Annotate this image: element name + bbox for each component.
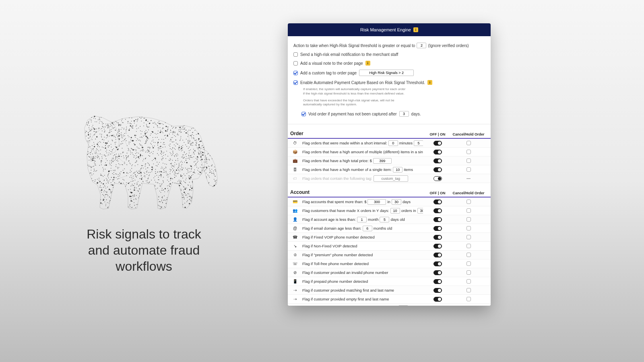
cancel-hold-checkbox[interactable]: [466, 208, 471, 213]
rule-value-input[interactable]: [380, 217, 389, 222]
rule-toggle[interactable]: [433, 279, 442, 284]
rule-value-input[interactable]: [417, 208, 423, 214]
col-toggle-header: OFF | ON: [423, 132, 452, 136]
toggle-cell: [423, 279, 452, 284]
checkbox-auto-capture[interactable]: [293, 80, 298, 85]
cancel-hold-checkbox[interactable]: [466, 141, 471, 145]
rule-icon: 👥: [288, 208, 302, 213]
cancel-hold-checkbox[interactable]: [466, 288, 471, 292]
cancel-hold-checkbox[interactable]: [466, 200, 471, 204]
rule-row: 👥Flag customers that have made X orders …: [288, 206, 491, 215]
cancel-cell: [452, 200, 485, 204]
rule-toggle[interactable]: [433, 297, 442, 302]
rule-value-input[interactable]: [393, 167, 402, 173]
cancel-cell: [452, 261, 485, 266]
tagline-line: and automate fraud: [87, 242, 201, 258]
checkbox-visual-note[interactable]: [293, 61, 298, 66]
rule-toggle[interactable]: [433, 235, 442, 240]
cancel-hold-checkbox[interactable]: [466, 279, 471, 284]
rule-value-input[interactable]: [414, 140, 423, 146]
rule-icon: 💳: [288, 200, 302, 204]
rule-text: Flag if "premium" phone number detected: [302, 253, 373, 257]
rule-text: Flag if customer provided empty first an…: [302, 297, 389, 301]
checkbox-custom-tag[interactable]: [293, 71, 298, 75]
info-icon[interactable]: i: [427, 80, 432, 85]
rule-toggle[interactable]: [433, 141, 442, 146]
account-rules-list: 💳Flag accounts that spent more than: $ i…: [288, 197, 491, 306]
rule-row: ☏Flag if Toll-free phone number detected: [288, 259, 491, 268]
rule-toggle[interactable]: [433, 208, 442, 213]
rule-toggle[interactable]: [433, 176, 442, 181]
info-icon[interactable]: i: [413, 27, 418, 32]
rule-icon: ☏: [288, 261, 302, 266]
toggle-cell: [423, 226, 452, 231]
cancel-hold-checkbox[interactable]: [466, 253, 471, 257]
void-days-input[interactable]: [399, 111, 409, 117]
rule-toggle[interactable]: [433, 270, 442, 275]
rule-row: ⇢Flag if customer provided matching firs…: [288, 286, 491, 295]
rule-toggle[interactable]: [433, 288, 442, 293]
cancel-hold-checkbox[interactable]: [466, 226, 471, 230]
cancel-hold-checkbox[interactable]: [466, 167, 471, 172]
rule-toggle[interactable]: [433, 150, 442, 154]
toggle-cell: [423, 176, 452, 181]
rule-toggle[interactable]: [433, 200, 442, 204]
rule-label: Flag orders that have a high amount of m…: [302, 149, 423, 155]
rule-value-input[interactable]: [390, 208, 400, 214]
rule-value-input[interactable]: [373, 158, 392, 164]
rule-toggle[interactable]: [433, 261, 442, 266]
toggle-cell: [423, 167, 452, 172]
toggle-cell: [423, 235, 452, 240]
cancel-hold-checkbox[interactable]: [466, 158, 471, 163]
rule-toggle[interactable]: [433, 244, 442, 249]
checkbox-email[interactable]: [293, 52, 298, 57]
rule-row: 🏷Flag orders that contain the following …: [288, 174, 491, 183]
cancel-disabled-icon: [466, 178, 471, 179]
rule-text: Flag orders that contain the following t…: [302, 176, 372, 181]
rule-toggle[interactable]: [433, 158, 442, 163]
rule-value-input[interactable]: [363, 226, 372, 231]
cancel-cell: [452, 244, 485, 248]
rule-row: ⏱Flag orders that were made within a sho…: [288, 139, 491, 148]
opt-email-label: Send a high-risk email notification to t…: [300, 52, 398, 57]
rule-value-input[interactable]: [398, 305, 408, 306]
rule-toggle[interactable]: [433, 253, 442, 257]
rule-text: Flag orders that have a high amount of m…: [302, 150, 423, 154]
rule-row: ↘Flag if Non-Fixed VOIP detected: [288, 242, 491, 251]
rule-value-input[interactable]: [367, 199, 386, 205]
panel-header: Risk Management Engine i: [288, 23, 491, 36]
threshold-input[interactable]: [417, 43, 426, 48]
rule-tag-input[interactable]: [374, 175, 408, 182]
rule-label: Flag accounts that spent more than: $ in…: [302, 199, 423, 205]
rule-toggle[interactable]: [433, 226, 442, 231]
rule-label: Flag if customer provided matching first…: [302, 288, 423, 292]
col-cancel-header: Cancel/Hold Order: [452, 132, 485, 136]
rule-value-input[interactable]: [392, 199, 401, 205]
elephant-illustration: [64, 88, 225, 216]
cancel-hold-checkbox[interactable]: [466, 235, 471, 239]
cancel-hold-checkbox[interactable]: [466, 217, 471, 222]
rule-row: 📦Flag orders that have a high amount of …: [288, 148, 491, 156]
cancel-cell: [452, 270, 485, 275]
cancel-hold-checkbox[interactable]: [466, 297, 471, 301]
rule-toggle[interactable]: [433, 167, 442, 172]
rule-icon: ♔: [288, 253, 302, 257]
opt-void-b: days.: [411, 112, 421, 116]
info-icon[interactable]: i: [365, 61, 370, 66]
custom-tag-input[interactable]: [359, 70, 414, 76]
cancel-hold-checkbox[interactable]: [466, 244, 471, 248]
rule-toggle[interactable]: [433, 217, 442, 222]
cancel-hold-checkbox[interactable]: [466, 261, 471, 266]
threshold-actions: Action to take when High-Risk Signal thr…: [288, 36, 491, 124]
toggle-cell: [423, 208, 452, 213]
opt-capture-label: Enable Automated Payment Capture Based o…: [300, 80, 425, 85]
cancel-hold-checkbox[interactable]: [466, 270, 471, 275]
cancel-hold-checkbox[interactable]: [466, 150, 471, 154]
rule-icon: 📱: [288, 279, 302, 284]
checkbox-void[interactable]: [301, 112, 306, 116]
rule-value-input[interactable]: [357, 217, 367, 222]
toggle-cell: [423, 200, 452, 204]
rule-unit: in: [387, 200, 390, 204]
rule-text: Flag orders that have a high number of a…: [302, 167, 392, 172]
rule-value-input[interactable]: [388, 140, 398, 146]
